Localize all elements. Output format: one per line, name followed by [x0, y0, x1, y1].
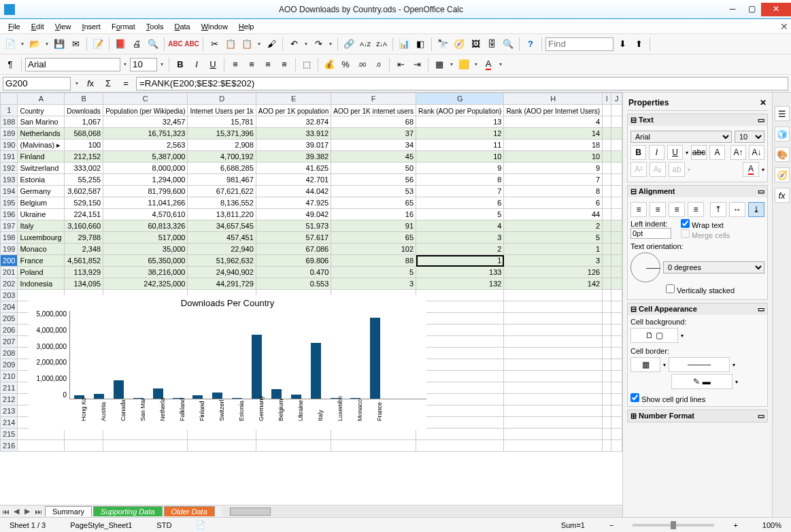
text-section-menu-icon[interactable]: ▭	[758, 116, 764, 124]
cell-192-G[interactable]: 9	[416, 163, 504, 174]
fontcolor-dropdown[interactable]: ▾	[497, 61, 504, 67]
new-dropdown[interactable]: ▾	[19, 41, 26, 47]
font-name-select[interactable]	[25, 58, 120, 71]
row-header-210[interactable]: 210	[1, 371, 18, 382]
cut-icon[interactable]: ✂	[207, 37, 222, 52]
cell-205-H[interactable]	[504, 313, 603, 325]
row-header-200[interactable]: 200	[1, 255, 18, 267]
menu-window[interactable]: Window	[196, 21, 233, 32]
cell-1-G[interactable]: Rank (AOO per Population)	[416, 105, 504, 116]
cell-216-E[interactable]	[256, 440, 331, 452]
cell-196-C[interactable]: 4,570,610	[103, 209, 188, 220]
export-pdf-icon[interactable]: 📕	[113, 37, 128, 52]
tab-last-button[interactable]: ⏭	[33, 508, 44, 516]
bgcolor-dropdown[interactable]: ▾	[473, 61, 479, 67]
cell-196-I[interactable]	[603, 209, 611, 220]
row-header-197[interactable]: 197	[1, 220, 18, 232]
currency-button[interactable]: 💰	[322, 57, 337, 72]
cell-200-I[interactable]	[603, 255, 611, 267]
cell-198-E[interactable]: 57.617	[256, 232, 331, 244]
cell-198-A[interactable]: Luxembourg	[18, 232, 65, 244]
merge-cells-checkbox[interactable]: Merge cells	[681, 231, 730, 239]
cell-208-G[interactable]	[416, 348, 504, 359]
cell-206-H[interactable]	[504, 325, 603, 336]
cell-190-D[interactable]: 2,908	[188, 139, 256, 151]
save-icon[interactable]: 💾	[52, 37, 67, 52]
cell-204-J[interactable]	[611, 301, 622, 313]
row-header-206[interactable]: 206	[1, 325, 18, 336]
cell-1-D[interactable]: Internet Users per 1k	[188, 105, 256, 116]
cell-213-J[interactable]	[611, 405, 622, 417]
sidebar-fontcolor-button[interactable]: A	[743, 162, 759, 177]
tab-supporting-data[interactable]: Supporting Data	[93, 506, 163, 516]
redo-dropdown[interactable]: ▾	[327, 41, 334, 47]
cell-190-G[interactable]: 11	[416, 139, 504, 151]
row-header-201[interactable]: 201	[1, 267, 18, 278]
cell-195-H[interactable]: 6	[504, 197, 603, 209]
open-dropdown[interactable]: ▾	[44, 41, 50, 47]
valign-middle-button[interactable]: ↔	[729, 202, 745, 217]
cell-211-J[interactable]	[611, 382, 622, 394]
cell-191-E[interactable]: 39.382	[256, 151, 331, 163]
cell-199-C[interactable]: 35,000	[103, 244, 188, 255]
cell-193-B[interactable]: 55,255	[65, 174, 103, 186]
menu-file[interactable]: File	[3, 21, 26, 32]
cell-195-G[interactable]: 6	[416, 197, 504, 209]
cell-200-E[interactable]: 69.806	[256, 255, 331, 267]
cell-195-I[interactable]	[603, 197, 611, 209]
cell-206-G[interactable]	[416, 325, 504, 336]
sidebar-bold-button[interactable]: B	[630, 145, 646, 160]
cell-189-I[interactable]	[603, 128, 611, 139]
valign-top-button[interactable]: ⤒	[710, 202, 726, 217]
row-header-202[interactable]: 202	[1, 278, 18, 290]
cell-192-F[interactable]: 50	[331, 163, 416, 174]
cell-207-G[interactable]	[416, 336, 504, 348]
cell-200-D[interactable]: 51,962,632	[188, 255, 256, 267]
left-indent-input[interactable]	[630, 228, 671, 239]
cell-201-I[interactable]	[603, 267, 611, 278]
row-header-191[interactable]: 191	[1, 151, 18, 163]
cell-192-I[interactable]	[603, 163, 611, 174]
cell-215-G[interactable]	[416, 429, 504, 440]
cell-202-F[interactable]: 3	[331, 278, 416, 290]
cell-1-H[interactable]: Rank (AOO per Internet Users)	[504, 105, 603, 116]
remove-decimal-button[interactable]: .0	[371, 57, 386, 72]
col-header-B[interactable]: B	[65, 93, 103, 105]
show-draw-icon[interactable]: ◧	[413, 37, 428, 52]
menu-data[interactable]: Data	[169, 21, 195, 32]
cell-197-D[interactable]: 34,657,545	[188, 220, 256, 232]
cell-191-F[interactable]: 45	[331, 151, 416, 163]
cell-196-E[interactable]: 49.042	[256, 209, 331, 220]
font-size-select[interactable]	[130, 58, 157, 71]
cell-199-J[interactable]	[611, 244, 622, 255]
paste-dropdown[interactable]: ▾	[256, 41, 263, 47]
cell-199-D[interactable]: 22,940	[188, 244, 256, 255]
cell-198-J[interactable]	[611, 232, 622, 244]
cell-193-E[interactable]: 42.701	[256, 174, 331, 186]
cell-193-G[interactable]: 8	[416, 174, 504, 186]
cell-192-B[interactable]: 333,002	[65, 163, 103, 174]
cell-200-J[interactable]	[611, 255, 622, 267]
row-header-211[interactable]: 211	[1, 382, 18, 394]
cell-190-F[interactable]: 34	[331, 139, 416, 151]
col-header-G[interactable]: G	[416, 93, 504, 105]
cell-195-D[interactable]: 8,136,552	[188, 197, 256, 209]
horizontal-scrollbar[interactable]	[222, 507, 622, 516]
cell-202-I[interactable]	[603, 278, 611, 290]
tab-older-data[interactable]: Older Data	[164, 506, 215, 516]
cell-208-H[interactable]	[504, 348, 603, 359]
sidebar-font-select[interactable]: Arial	[630, 131, 732, 143]
cell-204-H[interactable]	[504, 301, 603, 313]
cell-212-J[interactable]	[611, 394, 622, 405]
cell-207-J[interactable]	[611, 336, 622, 348]
row-header-215[interactable]: 215	[1, 429, 18, 440]
sidebar-shadow-button[interactable]: A	[709, 145, 725, 160]
chart-bar-10[interactable]	[271, 389, 282, 399]
find-replace-icon[interactable]: 🔭	[435, 37, 450, 52]
cell-reference-input[interactable]	[3, 77, 71, 90]
cell-201-A[interactable]: Poland	[18, 267, 65, 278]
cell-215-B[interactable]	[65, 429, 103, 440]
cell-199-H[interactable]: 1	[504, 244, 603, 255]
paste-icon[interactable]: 📋	[239, 37, 254, 52]
cell-201-C[interactable]: 38,216,000	[103, 267, 188, 278]
